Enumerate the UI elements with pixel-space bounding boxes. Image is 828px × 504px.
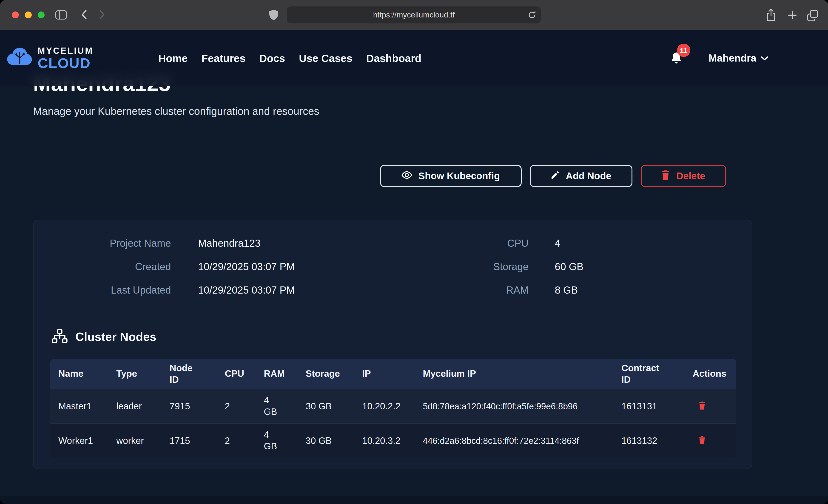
table-row: Master1leader791524 GB30 GB10.20.2.25d8:… (50, 389, 736, 423)
details-left: Project NameMahendra123Created10/29/2025… (42, 236, 295, 298)
close-window-button[interactable] (12, 11, 19, 18)
cell-ip: 10.20.3.2 (354, 424, 415, 458)
table-row: Worker1worker171524 GB30 GB10.20.3.2446:… (50, 423, 736, 458)
details-right: CPU4Storage60 GBRAM8 GB (437, 236, 583, 298)
eye-icon (402, 170, 413, 181)
show-kubeconfig-button[interactable]: Show Kubeconfig (380, 165, 522, 187)
column-header-storage: Storage (297, 359, 354, 389)
delete-label: Delete (676, 170, 705, 181)
tab-overview-icon[interactable] (806, 9, 819, 21)
browser-toolbar: https://myceliumcloud.tf (0, 0, 828, 30)
cell-ram: 4 GB (255, 389, 297, 423)
cell-name: Master1 (50, 389, 108, 423)
bell-icon (670, 58, 682, 66)
logo[interactable]: MYCELIUM CLOUD (6, 46, 93, 71)
column-header-name: Name (50, 359, 108, 389)
address-bar[interactable]: https://myceliumcloud.tf (287, 6, 541, 24)
trash-icon (698, 435, 706, 446)
cell-node-id: 1715 (161, 424, 216, 458)
delete-node-button[interactable] (698, 435, 706, 446)
navbar: MYCELIUM CLOUD HomeFeaturesDocsUse Cases… (0, 30, 828, 86)
nav-link-features[interactable]: Features (201, 52, 245, 65)
detail-value-created: 10/29/2025 03:07 PM (198, 259, 295, 275)
stage: https://myceliumcloud.tf Mahendra123 Man… (0, 0, 828, 504)
user-menu[interactable]: Mahendra (708, 52, 768, 64)
table-header: NameTypeNode IDCPURAMStorageIPMycelium I… (50, 359, 736, 389)
url-text: https://myceliumcloud.tf (373, 10, 455, 19)
zoom-window-button[interactable] (38, 11, 45, 18)
share-icon[interactable] (766, 9, 776, 21)
trash-icon (698, 401, 706, 411)
details-card: Project NameMahendra123Created10/29/2025… (33, 220, 752, 469)
cell-ram: 4 GB (255, 424, 297, 458)
nav-links: HomeFeaturesDocsUse CasesDashboard (158, 52, 421, 65)
navbar-right: 11 Mahendra (670, 51, 768, 65)
column-header-mycelium-ip: Mycelium IP (415, 359, 613, 389)
cluster-nodes-heading: Cluster Nodes (52, 329, 157, 345)
detail-value-storage: 60 GB (555, 259, 583, 275)
sidebar-toggle-icon[interactable] (55, 10, 67, 20)
cell-cpu: 2 (216, 424, 255, 458)
cell-mycelium-ip: 446:d2a6:8bcd:8c16:ff0f:72e2:3114:863f (415, 424, 613, 458)
column-header-ram: RAM (255, 359, 297, 389)
logo-text-top: MYCELIUM (38, 46, 93, 55)
cell-type: leader (108, 389, 161, 423)
column-header-node-id: Node ID (161, 359, 216, 389)
column-header-actions: Actions (685, 359, 736, 389)
cell-contract-id: 1613132 (613, 424, 685, 458)
browser-window: https://myceliumcloud.tf Mahendra123 Man… (0, 0, 828, 504)
nav-link-docs[interactable]: Docs (259, 52, 285, 65)
detail-label-storage: Storage (437, 259, 529, 275)
user-name: Mahendra (708, 52, 756, 64)
cell-node-id: 7915 (161, 389, 216, 423)
show-kubeconfig-label: Show Kubeconfig (418, 170, 500, 181)
cell-contract-id: 1613131 (613, 389, 685, 423)
column-header-cpu: CPU (216, 359, 255, 389)
delete-node-button[interactable] (698, 401, 706, 411)
chevron-down-icon (760, 54, 768, 62)
footer-strip (0, 496, 828, 504)
detail-label-ram: RAM (437, 283, 529, 298)
cell-cpu: 2 (216, 389, 255, 423)
cell-actions (685, 389, 736, 423)
minimize-window-button[interactable] (25, 11, 32, 18)
delete-cluster-button[interactable]: Delete (640, 165, 726, 187)
notification-badge: 11 (677, 44, 690, 57)
page-subtitle: Manage your Kubernetes cluster configura… (33, 105, 319, 118)
back-icon[interactable] (81, 10, 87, 20)
cell-storage: 30 GB (297, 389, 354, 423)
notifications-button[interactable]: 11 (670, 51, 683, 65)
detail-label-project-name: Project Name (42, 236, 171, 251)
table-body: Master1leader791524 GB30 GB10.20.2.25d8:… (50, 389, 736, 458)
cluster-nodes-title: Cluster Nodes (75, 330, 157, 344)
detail-label-last-updated: Last Updated (42, 283, 171, 298)
add-node-label: Add Node (566, 170, 611, 181)
detail-label-created: Created (42, 259, 171, 275)
column-header-type: Type (108, 359, 161, 389)
detail-value-cpu: 4 (555, 236, 583, 251)
cell-mycelium-ip: 5d8:78ea:a120:f40c:ff0f:a5fe:99e6:8b96 (415, 389, 613, 423)
window-controls (12, 11, 45, 18)
detail-value-project-name: Mahendra123 (198, 236, 295, 251)
cell-ip: 10.20.2.2 (354, 389, 415, 423)
add-node-button[interactable]: Add Node (530, 165, 632, 187)
nav-link-use-cases[interactable]: Use Cases (299, 52, 353, 65)
shield-icon[interactable] (270, 10, 278, 20)
detail-label-cpu: CPU (437, 236, 529, 251)
detail-value-ram: 8 GB (555, 283, 583, 298)
new-tab-icon[interactable] (787, 10, 798, 21)
cluster-actions: Show Kubeconfig Add Node Delete (380, 165, 726, 187)
refresh-icon[interactable] (528, 10, 536, 22)
cell-type: worker (108, 424, 161, 458)
cell-storage: 30 GB (297, 424, 354, 458)
detail-value-last-updated: 10/29/2025 03:07 PM (198, 283, 295, 298)
cluster-nodes-icon (52, 329, 68, 345)
forward-icon[interactable] (99, 10, 105, 20)
pencil-icon (551, 170, 560, 182)
cell-name: Worker1 (50, 424, 108, 458)
logo-text-bottom: CLOUD (38, 56, 93, 70)
column-header-contract-id: Contract ID (613, 359, 685, 389)
nav-link-dashboard[interactable]: Dashboard (366, 52, 421, 65)
trash-icon (661, 170, 670, 182)
nav-link-home[interactable]: Home (158, 52, 188, 65)
